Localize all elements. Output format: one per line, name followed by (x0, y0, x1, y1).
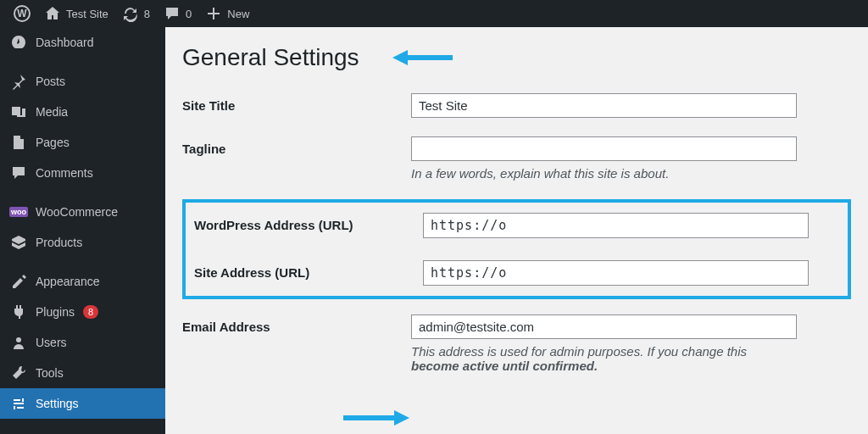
home-icon (44, 5, 61, 22)
tagline-description: In a few words, explain what this site i… (411, 166, 851, 181)
new-label: New (227, 8, 249, 20)
pin-icon (10, 73, 27, 90)
comments-count: 0 (186, 8, 192, 20)
plus-icon (205, 5, 222, 22)
sidebar-item-label: Users (36, 336, 67, 349)
admin-toolbar: W Test Site 8 0 New (0, 0, 868, 27)
sidebar-item-label: Posts (36, 75, 65, 88)
sidebar-item-products[interactable]: Products (0, 227, 165, 258)
site-url-input[interactable] (423, 260, 809, 286)
field-row-email: Email Address This address is used for a… (182, 314, 851, 373)
page-heading: General Settings (182, 44, 851, 71)
field-row-tagline: Tagline In a few words, explain what thi… (182, 136, 851, 181)
wp-logo-menu[interactable]: W (7, 5, 37, 22)
appearance-icon (10, 273, 27, 290)
update-icon (122, 5, 139, 22)
wp-url-input[interactable] (423, 213, 809, 238)
sidebar-item-label: Plugins (36, 305, 75, 319)
page-title-text: General Settings (182, 44, 359, 71)
products-icon (10, 234, 27, 251)
comment-icon (10, 164, 27, 181)
new-content-link[interactable]: New (198, 5, 256, 22)
sidebar-item-label: Media (36, 105, 68, 119)
comment-icon (164, 5, 181, 22)
woocommerce-icon: woo (10, 203, 27, 220)
sidebar-item-label: WooCommerce (36, 205, 118, 219)
email-input[interactable] (411, 314, 797, 339)
svg-point-1 (16, 337, 21, 342)
field-row-site-title: Site Title (182, 93, 851, 118)
sidebar-item-label: Pages (36, 136, 70, 149)
site-name-label: Test Site (66, 8, 108, 20)
site-url-label: Site Address (URL) (194, 260, 423, 280)
highlight-url-section: WordPress Address (URL) Site Address (UR… (182, 199, 851, 299)
tagline-input[interactable] (411, 136, 797, 161)
sidebar-item-pages[interactable]: Pages (0, 127, 165, 158)
sidebar-item-woocommerce[interactable]: woo WooCommerce (0, 197, 165, 227)
wp-url-label: WordPress Address (URL) (194, 213, 423, 232)
sidebar-item-comments[interactable]: Comments (0, 158, 165, 188)
settings-icon (10, 395, 27, 412)
sidebar-item-appearance[interactable]: Appearance (0, 266, 165, 297)
sidebar-item-label: Dashboard (36, 36, 94, 49)
plugins-update-badge: 8 (83, 305, 98, 319)
sidebar-item-label: Tools (36, 366, 64, 380)
sidebar-item-plugins[interactable]: Plugins 8 (0, 297, 165, 327)
page-icon (10, 134, 27, 151)
updates-count: 8 (144, 8, 150, 20)
email-description: This address is used for admin purposes.… (411, 344, 851, 373)
users-icon (10, 334, 27, 351)
field-row-wp-url: WordPress Address (URL) (194, 213, 839, 238)
sidebar-item-media[interactable]: Media (0, 97, 165, 127)
media-icon (10, 103, 27, 120)
dashboard-icon (10, 34, 27, 51)
site-title-label: Site Title (182, 93, 411, 113)
sidebar-item-label: Settings (36, 397, 79, 410)
site-title-input[interactable] (411, 93, 797, 118)
page-content: General Settings Site Title Tagline In a… (165, 27, 868, 434)
updates-link[interactable]: 8 (115, 5, 157, 22)
email-label: Email Address (182, 314, 411, 334)
svg-point-0 (16, 109, 19, 112)
sidebar-item-label: Comments (36, 166, 93, 180)
wordpress-logo-icon: W (14, 5, 31, 22)
sidebar-item-tools[interactable]: Tools (0, 358, 165, 388)
sidebar-item-settings[interactable]: Settings (0, 388, 165, 419)
site-link[interactable]: Test Site (37, 5, 115, 22)
sidebar-item-posts[interactable]: Posts (0, 66, 165, 97)
plugins-icon (10, 303, 27, 320)
sidebar-item-dashboard[interactable]: Dashboard (0, 27, 165, 58)
tagline-label: Tagline (182, 136, 411, 156)
admin-sidebar: Dashboard Posts Media Pages Comments woo… (0, 27, 165, 434)
field-row-site-url: Site Address (URL) (194, 260, 839, 286)
comments-link[interactable]: 0 (157, 5, 198, 22)
tools-icon (10, 364, 27, 381)
sidebar-item-users[interactable]: Users (0, 327, 165, 358)
sidebar-item-label: Appearance (36, 275, 100, 288)
sidebar-item-label: Products (36, 236, 82, 249)
